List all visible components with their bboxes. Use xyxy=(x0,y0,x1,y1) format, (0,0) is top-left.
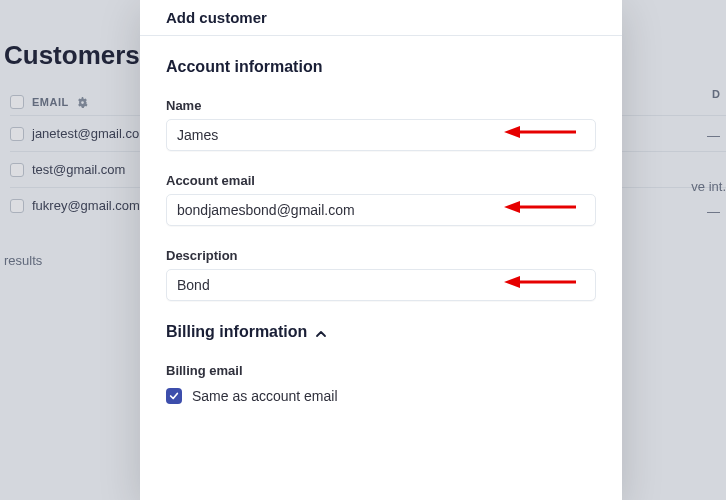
name-label: Name xyxy=(166,98,596,113)
billing-info-heading[interactable]: Billing information xyxy=(166,323,596,341)
billing-email-label: Billing email xyxy=(166,363,596,378)
email-input[interactable] xyxy=(166,194,596,226)
chevron-up-icon xyxy=(315,326,327,338)
check-icon xyxy=(169,391,179,401)
same-as-account-row[interactable]: Same as account email xyxy=(166,388,596,404)
add-customer-modal: Add customer Account information Name Ac… xyxy=(140,0,622,500)
name-field-group: Name xyxy=(166,98,596,151)
email-label: Account email xyxy=(166,173,596,188)
same-as-account-checkbox[interactable] xyxy=(166,388,182,404)
name-input[interactable] xyxy=(166,119,596,151)
description-label: Description xyxy=(166,248,596,263)
billing-email-group: Billing email xyxy=(166,363,596,378)
description-input[interactable] xyxy=(166,269,596,301)
modal-body[interactable]: Account information Name Account email D… xyxy=(140,36,622,500)
account-info-heading: Account information xyxy=(166,58,596,76)
description-field-group: Description xyxy=(166,248,596,301)
modal-header: Add customer xyxy=(140,0,622,36)
modal-title: Add customer xyxy=(166,9,267,26)
same-as-account-label: Same as account email xyxy=(192,388,338,404)
email-field-group: Account email xyxy=(166,173,596,226)
